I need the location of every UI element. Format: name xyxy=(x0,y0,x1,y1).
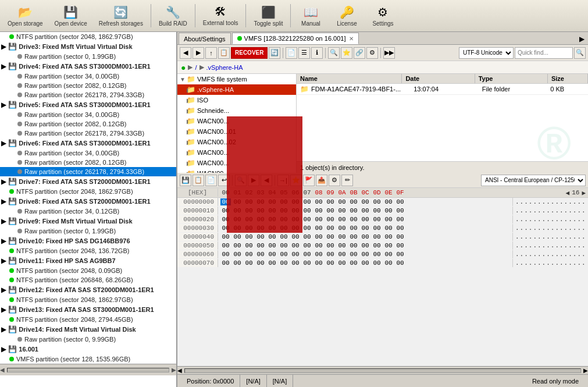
file-tree-item[interactable]: ▶ 📁 WACN00... xyxy=(177,116,296,126)
hex-byte[interactable]: 00 xyxy=(313,198,324,205)
hex-byte[interactable]: 00 xyxy=(348,242,359,249)
hex-byte[interactable]: 00 xyxy=(372,260,382,267)
hex-flag-button[interactable]: 🚩 xyxy=(303,175,315,186)
list-item[interactable]: Raw partition (sector 2082, 0.12GB) xyxy=(0,158,176,167)
breadcrumb-root[interactable]: / xyxy=(195,64,197,71)
hex-byte[interactable]: 00 xyxy=(244,216,254,223)
hex-byte[interactable]: 00 xyxy=(348,233,359,240)
hex-byte[interactable]: 00 xyxy=(325,198,336,205)
hex-byte[interactable]: 00 xyxy=(395,216,405,223)
hex-byte[interactable]: 00 xyxy=(360,225,370,232)
hex-byte[interactable]: 00 xyxy=(255,225,266,232)
hex-byte[interactable]: 00 xyxy=(325,251,336,258)
hex-byte[interactable]: 00 xyxy=(313,251,324,258)
list-item[interactable]: ▶ 💾 Drive10: Fixed HP SAS DG146BB976 xyxy=(0,236,176,246)
hex-find-button[interactable]: 🔍 xyxy=(235,175,247,186)
list-item[interactable]: Raw partition (sector 262178, 2794.33GB) xyxy=(0,167,176,176)
list-item[interactable]: Raw partition (sector 34, 0.00GB) xyxy=(0,148,176,158)
hex-byte[interactable]: 00 xyxy=(244,260,254,267)
list-item[interactable]: ▶ 💾 Drive12: Fixed ATA SAS ST2000DM001-1… xyxy=(0,285,176,295)
properties-button[interactable]: ℹ xyxy=(311,47,323,59)
list-item[interactable]: ▶ 💾 Drive11: Fixed HP SAS AG9BB7 xyxy=(0,255,176,266)
hex-byte[interactable]: 00 xyxy=(395,198,405,205)
list-item[interactable]: ▶ 💾 Drive8: Fixed ATA SAS ST2000DM001-1E… xyxy=(0,196,176,207)
hex-byte[interactable]: 00 xyxy=(220,260,231,267)
hex-undo-button[interactable]: ↩ xyxy=(218,175,230,186)
hex-byte[interactable]: 00 xyxy=(279,251,289,258)
hex-byte[interactable]: 00 xyxy=(302,225,312,232)
hex-byte[interactable]: 00 xyxy=(325,260,336,267)
hex-byte[interactable]: 00 xyxy=(325,225,336,232)
hex-byte[interactable]: 00 xyxy=(313,260,324,267)
hex-byte[interactable]: 00 xyxy=(383,216,394,223)
list-item[interactable]: ▶ 💾 Drive4: Fixed ATA SAS ST3000DM001-1E… xyxy=(0,61,176,72)
hex-goto-button[interactable]: →| xyxy=(277,175,289,186)
hex-byte[interactable]: 00 xyxy=(267,233,277,240)
list-item[interactable]: Raw partition (sector 34, 0.00GB) xyxy=(0,110,176,119)
hex-byte[interactable]: 00 xyxy=(232,242,243,249)
hex-byte[interactable]: 00 xyxy=(325,216,336,223)
hex-byte[interactable]: 00 xyxy=(279,198,289,205)
page-left-icon[interactable]: ◀ xyxy=(566,189,570,197)
hex-byte[interactable]: 00 xyxy=(302,233,312,240)
hex-byte[interactable]: 00 xyxy=(279,216,289,223)
encoding-select[interactable]: UTF-8 Unicode xyxy=(459,47,514,59)
list-item[interactable]: NTFS partition (sector 2048, 0.09GB) xyxy=(0,266,176,275)
page-right-icon[interactable]: ▶ xyxy=(582,189,586,197)
hex-byte[interactable]: 00 xyxy=(360,198,370,205)
hex-byte[interactable]: 00 xyxy=(267,242,277,249)
hex-byte[interactable]: 00 xyxy=(372,207,382,214)
list-item[interactable]: Raw partition (sector 262178, 2794.33GB) xyxy=(0,90,176,100)
hex-scroll-left-icon[interactable]: ◀ xyxy=(177,367,182,374)
hex-byte[interactable]: 00 xyxy=(244,225,254,232)
bookmark-button[interactable]: ⭐ xyxy=(341,47,352,59)
file-tree-item[interactable]: ▼ 📁 VMFS file system xyxy=(177,74,296,84)
hex-byte[interactable]: 00 xyxy=(313,233,324,240)
hex-byte[interactable]: 00 xyxy=(267,251,277,258)
list-item[interactable]: NTFS partition (sector 2048, 1862.97GB) xyxy=(0,187,176,196)
list-item[interactable]: NTFS partition (sector 2048, 136.72GB) xyxy=(0,246,176,255)
hex-byte[interactable]: 00 xyxy=(337,225,347,232)
hex-byte[interactable]: 00 xyxy=(372,216,382,223)
hex-byte[interactable]: 00 xyxy=(348,207,359,214)
hex-byte[interactable]: 00 xyxy=(255,242,266,249)
hex-byte[interactable]: 00 xyxy=(244,251,254,258)
build-raid-button[interactable]: 🔧 Build RAID xyxy=(154,1,193,30)
column-header-type[interactable]: Type xyxy=(475,74,548,83)
hex-byte[interactable]: 00 xyxy=(290,251,301,258)
nav-back-button[interactable]: ◀ xyxy=(180,47,191,59)
hex-byte[interactable]: 00 xyxy=(348,216,359,223)
hex-byte[interactable]: 00 xyxy=(279,207,289,214)
list-item[interactable]: Raw partition (sector 2082, 0.12GB) xyxy=(0,81,176,90)
hex-byte[interactable]: 00 xyxy=(348,251,359,258)
hex-byte[interactable]: 00 xyxy=(302,198,312,205)
file-tree-item[interactable]: ▶ 📁 WACN00...02 xyxy=(177,137,296,147)
hex-byte[interactable]: 00 xyxy=(337,242,347,249)
column-header-name[interactable]: Name xyxy=(297,74,402,83)
list-item[interactable]: ▶ 💾 Drive13: Fixed ATA SAS ST3000DM001-1… xyxy=(0,304,176,315)
hex-byte[interactable]: 00 xyxy=(372,251,382,258)
tab-vmfs-file[interactable]: VMFS [128-3221225280 on 16.001] ✕ xyxy=(232,33,359,44)
hex-byte[interactable]: 00 xyxy=(267,260,277,267)
hex-byte[interactable]: 00 xyxy=(383,242,394,249)
breadcrumb-current[interactable]: .vSphere-HA xyxy=(206,64,243,71)
more-button[interactable]: ▶▶ xyxy=(383,47,395,59)
hex-byte[interactable]: 00 xyxy=(220,225,231,232)
column-header-date[interactable]: Date xyxy=(402,74,475,83)
hex-scroll-right-icon[interactable]: ▶ xyxy=(583,367,588,374)
hex-byte[interactable]: 00 xyxy=(302,260,312,267)
hex-byte[interactable]: 00 xyxy=(372,198,382,205)
hex-byte[interactable]: 00 xyxy=(313,207,324,214)
tab-scroll-right[interactable]: ▶ xyxy=(577,34,587,44)
hex-byte[interactable]: 00 xyxy=(337,233,347,240)
license-button[interactable]: 🔑 License xyxy=(329,1,364,30)
hex-byte[interactable]: 00 xyxy=(279,233,289,240)
refresh-storages-button[interactable]: 🔄 Refresh storages xyxy=(94,1,148,30)
hex-byte[interactable]: 00 xyxy=(255,233,266,240)
hex-byte[interactable]: 00 xyxy=(337,216,347,223)
hex-find-prev-button[interactable]: ◀ xyxy=(261,175,272,186)
hex-scrollbar[interactable]: ◀ ▶ xyxy=(177,366,588,374)
hex-byte[interactable]: 00 xyxy=(232,233,243,240)
hex-byte[interactable]: 00 xyxy=(267,216,277,223)
hex-byte[interactable]: 00 xyxy=(290,233,301,240)
